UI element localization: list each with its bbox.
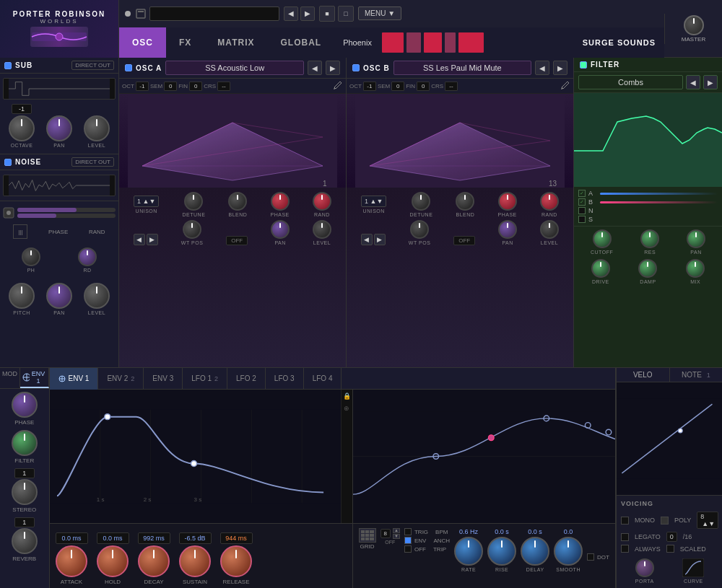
env-zoom-btn[interactable]: ⊕	[344, 405, 349, 412]
filter-damp-knob[interactable]	[638, 259, 657, 278]
master-knob[interactable]	[684, 15, 704, 35]
filter-drive-knob[interactable]	[591, 259, 610, 278]
filter-pan-knob[interactable]	[687, 229, 705, 248]
filter-cutoff-knob[interactable]	[593, 229, 612, 248]
mod-filter-knob[interactable]	[12, 430, 38, 456]
preset-name-input[interactable]: GTR Artisan	[149, 6, 279, 21]
osc-b-left-arrow[interactable]: ◀	[361, 234, 373, 245]
sub-led[interactable]	[4, 62, 12, 69]
voicing-poly-check[interactable]	[661, 517, 669, 525]
note-tab[interactable]: NOTE 1	[670, 368, 722, 382]
osc-b-right-arrow[interactable]: ▶	[374, 234, 386, 245]
osc-b-led[interactable]	[352, 64, 360, 71]
lfo-smooth-knob[interactable]	[554, 537, 583, 566]
osc-a-edit-btn[interactable]	[333, 80, 343, 92]
lfo-rate-knob[interactable]	[454, 537, 483, 566]
menu-button[interactable]: MENU ▼	[358, 6, 401, 20]
osc-b-wtpos-knob[interactable]	[410, 220, 429, 239]
voicing-poly-val[interactable]: 8 ▲▼	[697, 512, 718, 529]
save-icon-button[interactable]: ■	[319, 6, 335, 22]
voicing-scaled-check[interactable]	[666, 545, 674, 553]
prev-preset-button[interactable]: ◀	[284, 6, 298, 21]
sub-level-knob[interactable]	[84, 115, 110, 141]
osc-b-unison-stepper[interactable]: 1 ▲▼	[361, 196, 386, 207]
osc-b-prev-button[interactable]: ◀	[535, 61, 549, 75]
filter-check-b[interactable]: ✓	[578, 198, 586, 206]
osc-a-rand-knob[interactable]	[313, 192, 331, 211]
release-knob[interactable]	[220, 545, 252, 577]
voicing-legato-check[interactable]	[621, 533, 629, 541]
mode-down-btn[interactable]: ▼	[393, 534, 400, 539]
hold-knob[interactable]	[97, 545, 129, 577]
voicing-mono-check[interactable]	[621, 517, 629, 525]
osc-b-sem-val[interactable]: 0	[391, 82, 404, 91]
noise-pan-knob[interactable]	[46, 283, 72, 309]
osc-a-phase-knob[interactable]	[271, 192, 290, 211]
osc-a-led[interactable]	[125, 64, 132, 71]
env2-tab[interactable]: ENV 2 2	[98, 368, 144, 390]
mod-tab-active[interactable]: ENV 1	[20, 368, 49, 388]
osc-a-unison-stepper[interactable]: 1 ▲▼	[134, 196, 159, 207]
tab-osc[interactable]: OSC	[119, 27, 166, 58]
filter-res-knob[interactable]	[640, 229, 659, 248]
osc-b-next-button[interactable]: ▶	[553, 61, 567, 75]
osc-a-blend-knob[interactable]	[228, 192, 247, 211]
osc-b-pan-knob[interactable]	[498, 220, 517, 239]
osc-b-level-knob[interactable]	[540, 220, 559, 239]
sub-octave-knob[interactable]	[9, 115, 35, 141]
lfo-off-check[interactable]	[404, 545, 412, 553]
voicing-legato-val[interactable]: 0	[666, 532, 677, 542]
lfo2-tab[interactable]: LFO 2	[227, 368, 266, 390]
lfo1-tab[interactable]: LFO 1 2	[183, 368, 227, 390]
filter-check-a[interactable]: ✓	[578, 190, 586, 197]
lfo-env-check[interactable]	[404, 537, 412, 544]
osc-b-crs-val[interactable]: --	[445, 82, 458, 91]
mod-stereo-knob[interactable]	[12, 479, 38, 505]
osc-a-oct-val[interactable]: -1	[136, 82, 149, 91]
osc-a-prev-button[interactable]: ◀	[308, 61, 322, 75]
sub-direct-out-button[interactable]: DIRECT OUT	[71, 61, 114, 70]
osc-b-blend-knob[interactable]	[456, 192, 474, 211]
noise-pitch-knob[interactable]	[9, 283, 35, 309]
noise-phase-knob[interactable]	[22, 247, 40, 266]
osc-b-edit-btn[interactable]	[560, 80, 570, 92]
env3-tab[interactable]: ENV 3	[144, 368, 183, 390]
osc-b-oct-val[interactable]: -1	[363, 82, 376, 91]
noise-rand-knob[interactable]	[78, 247, 97, 266]
osc-a-right-arrow[interactable]: ▶	[147, 234, 158, 245]
filter-next-button[interactable]: ▶	[703, 75, 718, 89]
osc-a-left-arrow[interactable]: ◀	[134, 234, 145, 245]
osc-a-detune-knob[interactable]	[184, 192, 203, 211]
porta-knob[interactable]	[635, 558, 654, 577]
tab-fx[interactable]: FX	[166, 27, 204, 58]
filter-mix-knob[interactable]	[686, 259, 705, 278]
lfo-dot-check[interactable]	[587, 553, 594, 561]
tab-global[interactable]: GLOBAL	[267, 27, 334, 58]
lfo-trig-check[interactable]	[404, 528, 412, 535]
copy-icon-button[interactable]: □	[338, 6, 354, 22]
env1-tab[interactable]: ENV 1	[50, 368, 99, 390]
osc-b-detune-knob[interactable]	[412, 192, 430, 211]
filter-check-s[interactable]	[578, 216, 586, 223]
osc-a-fin-val[interactable]: 0	[189, 82, 202, 91]
noise-slider-2[interactable]	[17, 214, 116, 218]
lfo3-tab[interactable]: LFO 3	[266, 368, 304, 390]
decay-knob[interactable]	[138, 545, 170, 577]
osc-b-rand-knob[interactable]	[540, 192, 559, 211]
noise-led[interactable]	[4, 159, 12, 166]
env-lock-btn[interactable]: 🔒	[343, 392, 351, 400]
osc-a-crs-val[interactable]: --	[217, 82, 230, 91]
tab-matrix[interactable]: MATRIX	[204, 27, 267, 58]
sustain-knob[interactable]	[179, 545, 211, 577]
mod-phase-knob[interactable]	[12, 392, 38, 418]
poly-stepper-arrows[interactable]: ▲▼	[702, 520, 715, 527]
sub-pan-knob[interactable]	[46, 115, 72, 141]
attack-knob[interactable]	[56, 545, 87, 577]
noise-level-knob[interactable]	[84, 283, 110, 309]
osc-a-next-button[interactable]: ▶	[326, 61, 340, 75]
osc-a-pan-knob[interactable]	[271, 220, 290, 239]
velo-tab[interactable]: VELO	[617, 368, 670, 382]
noise-direct-out-button[interactable]: DIRECT OUT	[71, 157, 114, 167]
osc-a-wtpos-knob[interactable]	[183, 220, 201, 239]
noise-filter-btn[interactable]: |||	[13, 224, 27, 239]
